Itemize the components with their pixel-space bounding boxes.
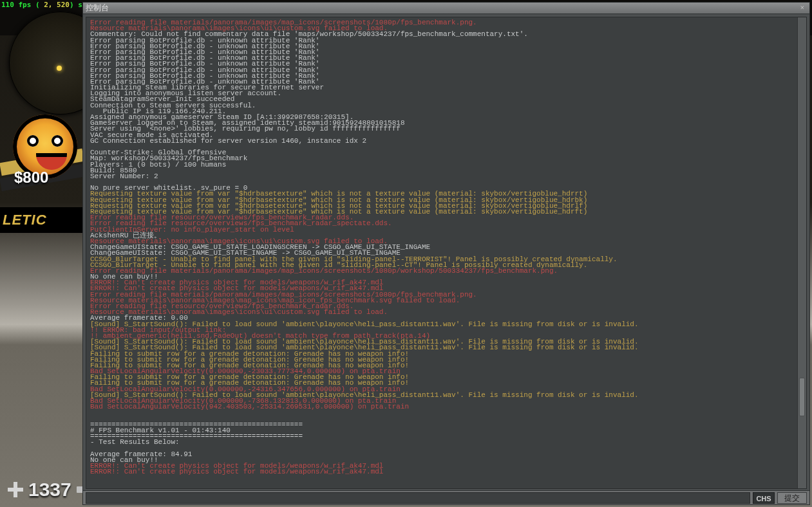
console-input[interactable] (86, 492, 750, 504)
console-line: PutClientInServer: no info_player_start … (90, 227, 800, 233)
console-scrollbar[interactable] (797, 17, 806, 488)
console-line: Server Number: 2 (90, 174, 800, 180)
console-footer: CHS 提交 (83, 490, 809, 504)
console-line: - Test Results Below: (90, 439, 800, 445)
console-line: Resource materials\panorama\images\icons… (90, 309, 800, 315)
money-counter: $800 (14, 169, 48, 187)
console-titlebar[interactable]: 控制台 × (83, 3, 809, 14)
ime-language-badge[interactable]: CHS (753, 492, 775, 504)
console-line: Bad SetLocalAngularVelocity(942.403503,-… (90, 404, 800, 410)
console-submit-button[interactable]: 提交 (777, 492, 807, 504)
console-line: Average framerate: 84.91 (90, 452, 800, 457)
ammo-value: 1337 (28, 479, 71, 501)
console-output[interactable]: Error reading file materials/panorama/im… (86, 17, 807, 489)
console-line: Error reading file materials/panorama/im… (90, 268, 800, 274)
console-line: ========================================… (90, 434, 800, 439)
close-icon[interactable]: × (798, 4, 807, 13)
console-line: Build: 8580 (90, 168, 800, 174)
scrollbar-thumb[interactable] (799, 378, 805, 416)
console-line: GC Connection established for server ver… (90, 138, 800, 144)
player-avatar (0, 115, 84, 219)
developer-console: 控制台 × Error reading file materials/panor… (82, 2, 810, 505)
team-banner: LETIC (0, 207, 82, 233)
console-log-text: Error reading file materials/panorama/im… (90, 20, 800, 475)
console-line: Players: 1 (0 bots) / 100 humans (90, 162, 800, 168)
radar-player-dot (57, 66, 62, 71)
console-line (90, 446, 800, 452)
console-line: ERROR!: Can't create physics object for … (90, 469, 800, 475)
console-title-text: 控制台 (86, 3, 109, 14)
health-cross-icon (8, 482, 23, 497)
console-line (90, 410, 800, 416)
